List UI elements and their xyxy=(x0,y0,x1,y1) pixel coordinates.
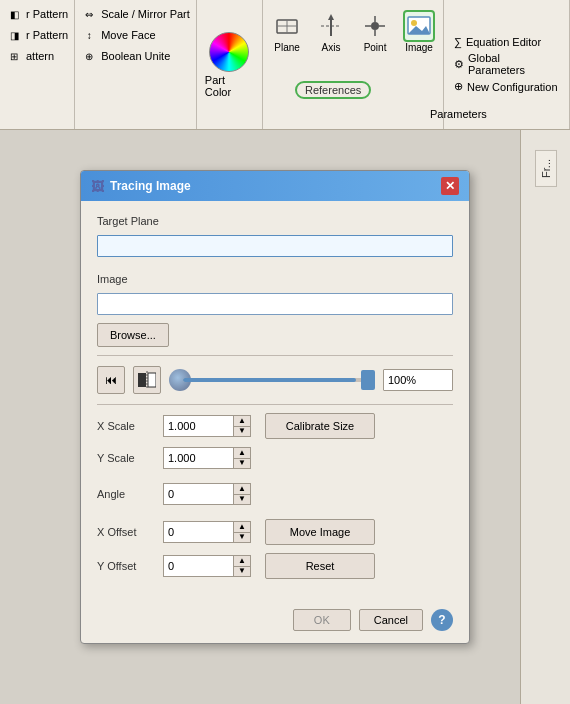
ribbon-group-part-color: Part Color xyxy=(197,0,263,129)
y-scale-down[interactable]: ▼ xyxy=(234,459,250,469)
axis-label: Axis xyxy=(322,42,341,53)
y-offset-label: Y Offset xyxy=(97,560,157,572)
y-scale-up[interactable]: ▲ xyxy=(234,448,250,459)
x-offset-spinner: ▲ ▼ xyxy=(233,521,251,543)
x-offset-up[interactable]: ▲ xyxy=(234,522,250,533)
x-scale-label: X Scale xyxy=(97,420,157,432)
calibrate-button[interactable]: Calibrate Size xyxy=(265,413,375,439)
new-configuration-icon: ⊕ xyxy=(454,80,463,93)
pattern1-icon: ◧ xyxy=(6,6,22,22)
part-color-label: Part Color xyxy=(205,74,254,98)
ribbon: ◧ r Pattern ◨ r Pattern ⊞ attern ⇔ Scale… xyxy=(0,0,570,130)
image-section-label: Image xyxy=(97,273,157,285)
ribbon-item-boolean-unite-label: Boolean Unite xyxy=(101,50,170,62)
new-configuration-label: New Configuration xyxy=(467,81,558,93)
point-label: Point xyxy=(364,42,387,53)
ribbon-group-scale-move: ⇔ Scale / Mirror Part ↕ Move Face ⊕ Bool… xyxy=(75,0,197,129)
equation-editor-label: Equation Editor xyxy=(466,36,541,48)
ribbon-item-new-configuration[interactable]: ⊕ New Configuration xyxy=(452,79,561,94)
ref-icons-row: Plane Axis xyxy=(269,4,437,55)
ribbon-item-pattern1[interactable]: ◧ r Pattern xyxy=(4,4,70,24)
dialog-content: Target Plane Image Browse... ⏮ xyxy=(81,201,469,601)
browse-button[interactable]: Browse... xyxy=(97,323,169,347)
target-plane-input[interactable] xyxy=(97,235,453,257)
ribbon-item-scale-mirror[interactable]: ⇔ Scale / Mirror Part xyxy=(79,4,192,24)
ribbon-item-equation-editor[interactable]: ∑ Equation Editor xyxy=(452,35,561,49)
global-parameters-icon: ⚙ xyxy=(454,58,464,71)
x-scale-up[interactable]: ▲ xyxy=(234,416,250,427)
tracing-image-dialog: 🖼 Tracing Image ✕ Target Plane Image xyxy=(80,170,470,644)
target-plane-row: Target Plane xyxy=(97,215,453,227)
y-scale-row: Y Scale ▲ ▼ xyxy=(97,447,453,469)
y-scale-label: Y Scale xyxy=(97,452,157,464)
y-offset-down[interactable]: ▼ xyxy=(234,567,250,577)
ribbon-item-move-face[interactable]: ↕ Move Face xyxy=(79,25,192,45)
ribbon-item-axis[interactable]: Axis xyxy=(313,8,349,55)
ribbon-item-pattern3[interactable]: ⊞ attern xyxy=(4,46,70,66)
parameters-tab[interactable]: Parameters xyxy=(420,106,497,122)
right-panel-label[interactable]: Fr... xyxy=(535,150,557,187)
y-offset-input[interactable] xyxy=(163,555,233,577)
y-offset-input-container: ▲ ▼ xyxy=(163,555,251,577)
ribbon-item-point[interactable]: Point xyxy=(357,8,393,55)
ok-button[interactable]: OK xyxy=(293,609,351,631)
slider-thumb[interactable] xyxy=(361,370,375,390)
x-offset-input-container: ▲ ▼ xyxy=(163,521,251,543)
svg-point-6 xyxy=(371,22,379,30)
ribbon-item-scale-mirror-label: Scale / Mirror Part xyxy=(101,8,190,20)
x-scale-input-container: ▲ ▼ xyxy=(163,415,251,437)
x-scale-spinner: ▲ ▼ xyxy=(233,415,251,437)
y-scale-input[interactable] xyxy=(163,447,233,469)
reset-button[interactable]: Reset xyxy=(265,553,375,579)
x-offset-down[interactable]: ▼ xyxy=(234,533,250,543)
help-button[interactable]: ? xyxy=(431,609,453,631)
x-scale-row: X Scale ▲ ▼ Calibrate Size xyxy=(97,413,453,439)
cancel-button[interactable]: Cancel xyxy=(359,609,423,631)
image-label-row: Image xyxy=(97,273,453,285)
opacity-slider-container xyxy=(169,366,375,394)
x-scale-down[interactable]: ▼ xyxy=(234,427,250,437)
pattern2-icon: ◨ xyxy=(6,27,22,43)
ribbon-group-references: Plane Axis xyxy=(263,0,444,129)
x-offset-input[interactable] xyxy=(163,521,233,543)
angle-spinner: ▲ ▼ xyxy=(233,483,251,505)
svg-rect-14 xyxy=(138,373,146,387)
angle-input-container: ▲ ▼ xyxy=(163,483,251,505)
x-offset-row: X Offset ▲ ▼ Move Image xyxy=(97,519,453,545)
slider-track[interactable] xyxy=(183,378,375,382)
global-parameters-label: Global Parameters xyxy=(468,52,559,76)
y-scale-input-container: ▲ ▼ xyxy=(163,447,251,469)
angle-up[interactable]: ▲ xyxy=(234,484,250,495)
image-path-input[interactable] xyxy=(97,293,453,315)
ribbon-item-pattern2[interactable]: ◨ r Pattern xyxy=(4,25,70,45)
right-panel: Fr... xyxy=(520,130,570,704)
move-image-button[interactable]: Move Image xyxy=(265,519,375,545)
ribbon-item-image[interactable]: Image xyxy=(401,8,437,55)
ribbon-item-move-face-label: Move Face xyxy=(101,29,155,41)
dialog-close-button[interactable]: ✕ xyxy=(441,177,459,195)
angle-label: Angle xyxy=(97,488,157,500)
dialog-icon: 🖼 xyxy=(91,179,104,194)
pattern3-icon: ⊞ xyxy=(6,48,22,64)
color-wheel[interactable] xyxy=(209,32,249,72)
ribbon-item-global-parameters[interactable]: ⚙ Global Parameters xyxy=(452,51,561,77)
ribbon-item-boolean-unite[interactable]: ⊕ Boolean Unite xyxy=(79,46,192,66)
ribbon-item-pattern2-label: r Pattern xyxy=(26,29,68,41)
target-plane-input-row xyxy=(97,235,453,257)
references-tab[interactable]: References xyxy=(295,81,371,99)
ribbon-item-plane[interactable]: Plane xyxy=(269,8,305,55)
angle-down[interactable]: ▼ xyxy=(234,495,250,505)
point-icon xyxy=(359,10,391,42)
target-plane-label: Target Plane xyxy=(97,215,159,227)
svg-marker-4 xyxy=(328,14,334,20)
angle-input[interactable] xyxy=(163,483,233,505)
slider-value-input[interactable] xyxy=(383,369,453,391)
browse-row: Browse... xyxy=(97,323,453,347)
x-scale-input[interactable] xyxy=(163,415,233,437)
mirror-button[interactable] xyxy=(133,366,161,394)
y-offset-up[interactable]: ▲ xyxy=(234,556,250,567)
equation-editor-icon: ∑ xyxy=(454,36,462,48)
image-icon xyxy=(403,10,435,42)
skip-start-button[interactable]: ⏮ xyxy=(97,366,125,394)
angle-row: Angle ▲ ▼ xyxy=(97,483,453,505)
